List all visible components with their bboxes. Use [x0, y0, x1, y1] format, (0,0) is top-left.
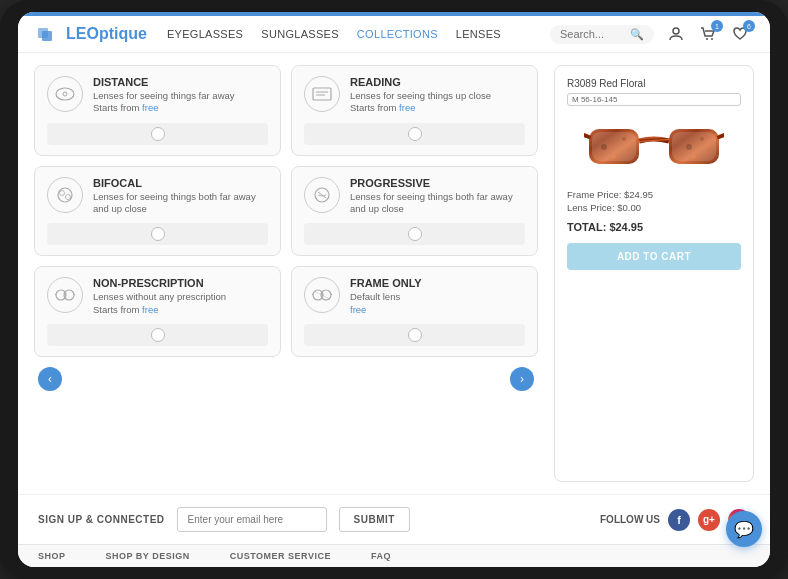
logo[interactable]: LEOptique [38, 25, 147, 43]
svg-line-30 [719, 135, 724, 137]
distance-title: DISTANCE [93, 76, 235, 88]
tablet-frame: LEOptique EYEGLASSES SUNGLASSES COLLECTI… [0, 0, 788, 579]
prev-arrow[interactable]: ‹ [38, 367, 62, 391]
distance-radio[interactable] [151, 127, 165, 141]
progressive-radio-bar[interactable] [304, 223, 525, 245]
non-prescription-icon [47, 277, 83, 313]
lens-card-reading[interactable]: READING Lenses for seeing things up clos… [291, 65, 538, 156]
reading-price: Starts from free [350, 102, 491, 114]
non-prescription-desc: Lenses without any prescription [93, 291, 226, 303]
reading-radio[interactable] [408, 127, 422, 141]
svg-point-11 [60, 190, 65, 195]
svg-point-3 [706, 38, 708, 40]
tablet-screen: LEOptique EYEGLASSES SUNGLASSES COLLECTI… [18, 12, 770, 567]
non-prescription-radio-bar[interactable] [47, 324, 268, 346]
add-to-cart-button[interactable]: ADD TO CART [567, 243, 741, 270]
logo-icon [38, 26, 62, 42]
lens-card-bifocal[interactable]: BIFOCAL Lenses for seeing things both fa… [34, 166, 281, 257]
distance-desc: Lenses for seeing things far away [93, 90, 235, 102]
svg-line-23 [331, 294, 332, 295]
svg-point-33 [686, 144, 692, 150]
footer-nav-shop[interactable]: SHOP [38, 551, 66, 561]
svg-line-29 [584, 135, 589, 137]
footer-nav-customer-service[interactable]: CUSTOMER SERVICE [230, 551, 331, 561]
progressive-radio[interactable] [408, 227, 422, 241]
progressive-icon [304, 177, 340, 213]
distance-radio-bar[interactable] [47, 123, 268, 145]
footer-nav-shop-by-design[interactable]: SHOP BY DESIGN [106, 551, 190, 561]
follow-label: FOLLOW US [600, 514, 660, 525]
svg-point-5 [56, 88, 74, 100]
svg-line-17 [55, 294, 56, 295]
facebook-icon[interactable]: f [668, 509, 690, 531]
reading-icon [304, 76, 340, 112]
bifocal-radio[interactable] [151, 227, 165, 241]
product-name: R3089 Red Floral [567, 78, 741, 89]
nav-eyeglasses[interactable]: EYEGLASSES [167, 28, 243, 40]
svg-point-34 [700, 137, 704, 141]
reading-radio-bar[interactable] [304, 123, 525, 145]
product-panel: R3089 Red Floral M 56-16-145 [554, 65, 754, 482]
cart-badge: 1 [711, 20, 723, 32]
nav-collections[interactable]: COLLECTIONS [357, 28, 438, 40]
reading-desc: Lenses for seeing things up close [350, 90, 491, 102]
lens-price-row: Lens Price: $0.00 [567, 202, 741, 213]
main-nav: EYEGLASSES SUNGLASSES COLLECTIONS LENSES [167, 28, 550, 40]
search-area[interactable]: 🔍 [550, 25, 654, 44]
svg-point-4 [711, 38, 713, 40]
product-size: M 56-16-145 [567, 93, 741, 106]
google-plus-icon[interactable]: g+ [698, 509, 720, 531]
lens-card-non-prescription[interactable]: NON-PRESCRIPTION Lenses without any pres… [34, 266, 281, 357]
svg-point-36 [692, 155, 696, 159]
reading-title: READING [350, 76, 491, 88]
frame-only-radio[interactable] [408, 328, 422, 342]
search-icon: 🔍 [630, 28, 644, 41]
email-input[interactable] [177, 507, 327, 532]
bifocal-title: BIFOCAL [93, 177, 268, 189]
chat-button[interactable]: 💬 [726, 511, 762, 547]
distance-price: Starts from free [93, 102, 235, 114]
footer-nav-faq[interactable]: FAQ [371, 551, 391, 561]
distance-icon [47, 76, 83, 112]
frame-only-icon [304, 277, 340, 313]
progressive-desc: Lenses for seeing things both far away a… [350, 191, 525, 216]
bifocal-desc: Lenses for seeing things both far away a… [93, 191, 268, 216]
svg-rect-1 [42, 31, 52, 41]
frame-price-row: Frame Price: $24.95 [567, 189, 741, 200]
lens-card-progressive[interactable]: PROGRESSIVE Lenses for seeing things bot… [291, 166, 538, 257]
frame-only-radio-bar[interactable] [304, 324, 525, 346]
bottom-footer: SHOP SHOP BY DESIGN CUSTOMER SERVICE FAQ [18, 544, 770, 567]
nav-arrows: ‹ › [34, 367, 538, 391]
svg-point-2 [673, 28, 679, 34]
cart-icon[interactable]: 1 [698, 24, 718, 44]
signup-label: SIGN UP & CONNECTED [38, 514, 165, 525]
bifocal-icon [47, 177, 83, 213]
bifocal-radio-bar[interactable] [47, 223, 268, 245]
header: LEOptique EYEGLASSES SUNGLASSES COLLECTI… [18, 16, 770, 53]
search-input[interactable] [560, 28, 630, 40]
cards-grid: DISTANCE Lenses for seeing things far aw… [34, 65, 538, 357]
wishlist-icon[interactable]: 6 [730, 24, 750, 44]
svg-point-31 [601, 144, 607, 150]
svg-rect-7 [313, 88, 331, 100]
nav-lenses[interactable]: LENSES [456, 28, 501, 40]
submit-button[interactable]: SUBMIT [339, 507, 410, 532]
frame-only-price: free [350, 304, 422, 316]
lens-card-distance[interactable]: DISTANCE Lenses for seeing things far aw… [34, 65, 281, 156]
non-prescription-radio[interactable] [151, 328, 165, 342]
frame-only-desc: Default lens [350, 291, 422, 303]
total-row: TOTAL: $24.95 [567, 221, 741, 233]
lens-card-frame-only[interactable]: FRAME ONLY Default lens free [291, 266, 538, 357]
main-content: DISTANCE Lenses for seeing things far aw… [18, 53, 770, 494]
progressive-title: PROGRESSIVE [350, 177, 525, 189]
logo-text: LEOptique [66, 25, 147, 43]
svg-point-32 [622, 137, 626, 141]
svg-point-6 [63, 92, 67, 96]
non-prescription-title: NON-PRESCRIPTION [93, 277, 226, 289]
svg-line-18 [74, 294, 75, 295]
svg-line-22 [312, 294, 313, 295]
next-arrow[interactable]: › [510, 367, 534, 391]
footer-signup: SIGN UP & CONNECTED SUBMIT FOLLOW US f g… [18, 494, 770, 544]
account-icon[interactable] [666, 24, 686, 44]
nav-sunglasses[interactable]: SUNGLASSES [261, 28, 339, 40]
